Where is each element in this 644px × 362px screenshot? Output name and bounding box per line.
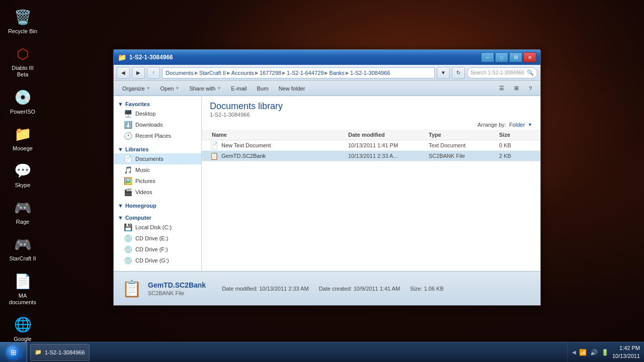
desktop-icon-recycle-bin[interactable]: 🗑️ Recycle Bin <box>5 5 40 37</box>
computer-arrow-icon: ▼ <box>118 215 123 221</box>
open-label: Open <box>160 85 174 92</box>
burn-button[interactable]: Burn <box>252 82 273 95</box>
organize-arrow-icon: ▼ <box>146 86 150 90</box>
forward-button[interactable]: ▶ <box>132 67 145 79</box>
minimize-button[interactable]: ─ <box>481 52 494 62</box>
sidebar-item-music[interactable]: 🎵 Music <box>114 164 201 175</box>
clock-date: 10/13/2011 <box>612 352 640 360</box>
address-bar[interactable]: Documents ▶ StarCraft II ▶ Accounts ▶ 16… <box>162 67 435 78</box>
restore-button[interactable]: ⧉ <box>509 52 522 62</box>
tray-collapse-button[interactable]: ◀ <box>572 349 576 355</box>
address-dropdown-button[interactable]: ▼ <box>437 67 450 79</box>
status-date-created-label: Date created: <box>319 286 352 292</box>
col-size[interactable]: Size <box>497 131 532 139</box>
recycle-bin-icon: 🗑️ <box>13 7 33 27</box>
file-row-text-doc[interactable]: 📄 New Text Document 10/13/2011 1:41 PM T… <box>202 140 540 151</box>
library-subtitle: 1-S2-1-3084966 <box>210 112 532 118</box>
help-button[interactable]: ? <box>524 82 536 95</box>
back-button[interactable]: ◀ <box>117 67 130 79</box>
desktop-icon-diablo[interactable]: ⬡ Diablo III Beta <box>5 42 40 80</box>
text-doc-type: Text Document <box>427 142 497 148</box>
breadcrumb-s2-644729[interactable]: 1-S2-1-644729 <box>287 70 324 76</box>
sidebar-item-recent-places[interactable]: 🕐 Recent Places <box>114 130 201 141</box>
sidebar-item-local-disk[interactable]: 💾 Local Disk (C:) <box>114 222 201 233</box>
breadcrumb-banks[interactable]: Banks <box>329 70 345 76</box>
sidebar-item-videos[interactable]: 🎬 Videos <box>114 187 201 198</box>
diablo-icon: ⬡ <box>13 44 33 64</box>
sidebar-item-documents[interactable]: 📄 Documents <box>114 153 201 164</box>
breadcrumb-s2-3084966[interactable]: 1-S2-1-3084966 <box>350 70 390 76</box>
file-row-gemtd[interactable]: 📋 GemTD.SC2Bank 10/13/2011 2:33 A... SC2… <box>202 151 540 161</box>
desktop: 🗑️ Recycle Bin ⬡ Diablo III Beta 💿 Power… <box>0 0 644 362</box>
libraries-header[interactable]: ▼ Libraries <box>114 145 201 153</box>
share-label: Share with <box>189 85 215 92</box>
libraries-section: ▼ Libraries 📄 Documents 🎵 Music 🖼️ Pictu… <box>114 145 201 198</box>
homegroup-header[interactable]: ▼ Homegroup <box>114 202 201 210</box>
taskbar: ⊞ 📁 1-S2-1-3084966 ◀ 📶 🔊 🔋 1:42 PM 10/13… <box>0 342 644 362</box>
tray-network-icon[interactable]: 📶 <box>579 348 587 356</box>
computer-label: Computer <box>125 215 151 221</box>
start-button[interactable]: ⊞ <box>0 342 27 363</box>
breadcrumb-documents[interactable]: Documents <box>166 70 194 76</box>
taskbar-explorer-icon: 📁 <box>35 349 42 355</box>
taskbar-tray: ◀ 📶 🔊 🔋 1:42 PM 10/13/2011 <box>568 342 644 362</box>
computer-header[interactable]: ▼ Computer <box>114 214 201 222</box>
open-button[interactable]: Open ▼ <box>156 82 184 95</box>
organize-button[interactable]: Organize ▼ <box>118 82 155 95</box>
sidebar-item-cd-g[interactable]: 💿 CD Drive (G:) <box>114 255 201 266</box>
library-title: Documents library <box>210 101 532 112</box>
text-doc-date: 10/13/2011 1:41 PM <box>346 142 427 148</box>
email-button[interactable]: E-mail <box>226 82 251 95</box>
col-name[interactable]: Name <box>210 131 346 139</box>
sidebar-item-cd-f[interactable]: 💿 CD Drive (F:) <box>114 244 201 255</box>
downloads-sidebar-icon: ⬇️ <box>124 121 132 129</box>
close-button[interactable]: ✕ <box>523 52 536 62</box>
toolbar: Organize ▼ Open ▼ Share with ▼ E-mail Bu… <box>114 81 540 96</box>
open-arrow-icon: ▼ <box>175 86 179 90</box>
desktop-icon-ma-docs[interactable]: 📄 MA documents <box>5 269 40 308</box>
desktop-icon-skype[interactable]: 💬 Skype <box>5 159 40 191</box>
col-type[interactable]: Type <box>427 131 497 139</box>
col-date[interactable]: Date modified <box>346 131 427 139</box>
arrange-value[interactable]: Folder <box>509 122 525 128</box>
sidebar-item-cd-e[interactable]: 💿 CD Drive (E:) <box>114 233 201 244</box>
status-filename: GemTD.SC2Bank <box>148 281 206 289</box>
breadcrumb-sc2[interactable]: StarCraft II <box>199 70 226 76</box>
tray-volume-icon[interactable]: 🔊 <box>590 348 598 356</box>
cd-e-icon: 💿 <box>124 234 132 242</box>
sidebar-item-pictures[interactable]: 🖼️ Pictures <box>114 175 201 187</box>
status-info: GemTD.SC2Bank SC2BANK File <box>148 281 206 296</box>
search-icon[interactable]: 🔍 <box>527 69 534 76</box>
refresh-button[interactable]: ↻ <box>452 67 465 79</box>
ma-docs-icon: 📄 <box>13 272 33 292</box>
local-disk-icon: 💾 <box>124 223 132 231</box>
view-options-button[interactable]: ☰ <box>495 82 509 95</box>
up-button[interactable]: ↑ <box>147 67 160 79</box>
desktop-icon-sc2[interactable]: 🎮 StarCraft II <box>5 232 40 264</box>
view-toggle-button[interactable]: ⊞ <box>510 82 523 95</box>
taskbar-clock[interactable]: 1:42 PM 10/13/2011 <box>612 344 640 360</box>
sidebar: ▼ Favorites 🖥️ Desktop ⬇️ Downloads 🕐 Re… <box>114 96 202 271</box>
sidebar-item-desktop[interactable]: 🖥️ Desktop <box>114 108 201 119</box>
text-doc-name: New Text Document <box>221 142 271 148</box>
new-folder-button[interactable]: New folder <box>274 82 310 95</box>
tray-power-icon[interactable]: 🔋 <box>601 348 609 356</box>
search-bar[interactable]: Search 1-S2-1-3084966 🔍 <box>467 67 537 78</box>
sidebar-item-downloads[interactable]: ⬇️ Downloads <box>114 119 201 130</box>
sc2-icon: 🎮 <box>13 234 33 254</box>
desktop-icon-mooege[interactable]: 📁 Mooege <box>5 122 40 154</box>
maximize-button[interactable]: □ <box>495 52 508 62</box>
taskbar-item-explorer[interactable]: 📁 1-S2-1-3084966 <box>30 344 90 361</box>
desktop-icon-rage[interactable]: 🎮 Rage <box>5 196 40 227</box>
cd-f-icon: 💿 <box>124 245 132 253</box>
favorites-header[interactable]: ▼ Favorites <box>114 100 201 108</box>
share-button[interactable]: Share with ▼ <box>185 82 225 95</box>
poweriso-icon: 💿 <box>13 87 33 108</box>
music-sidebar-icon: 🎵 <box>124 166 132 174</box>
breadcrumb-1677298[interactable]: 1677298 <box>260 70 281 76</box>
breadcrumb-accounts[interactable]: Accounts <box>231 70 254 76</box>
desktop-icon-poweriso[interactable]: 💿 PowerISO <box>5 85 40 117</box>
chrome-icon: 🌐 <box>13 315 33 335</box>
status-bar: 📋 GemTD.SC2Bank SC2BANK File Date modifi… <box>114 271 540 305</box>
arrange-dropdown-icon[interactable]: ▼ <box>528 122 532 127</box>
